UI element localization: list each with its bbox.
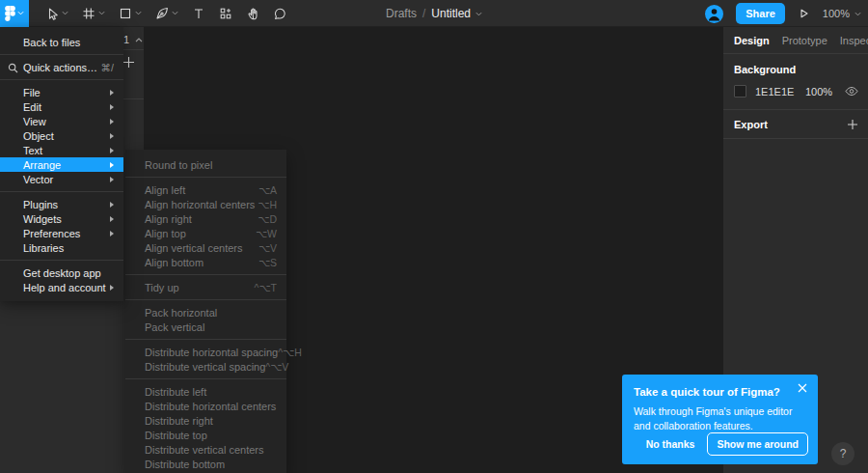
submenu-item-align-vertical-centers[interactable]: Align vertical centers ⌥V bbox=[125, 240, 286, 255]
close-icon[interactable] bbox=[796, 381, 809, 395]
menu-item-label: File bbox=[23, 87, 41, 98]
resources-button[interactable] bbox=[212, 0, 239, 27]
export-section: Export bbox=[723, 110, 868, 139]
submenu-item-distribute-right[interactable]: Distribute right bbox=[125, 413, 286, 428]
menu-shortcut: ⌥D bbox=[258, 213, 277, 225]
menu-item-label: Libraries bbox=[23, 242, 64, 254]
menu-item-label: View bbox=[23, 116, 46, 127]
menu-item-preferences[interactable]: Preferences bbox=[0, 226, 123, 240]
submenu-item-distribute-horizontal-centers[interactable]: Distribute horizontal centers bbox=[125, 399, 286, 413]
chevron-up-icon bbox=[135, 38, 143, 42]
color-swatch[interactable] bbox=[734, 85, 746, 97]
tab-prototype[interactable]: Prototype bbox=[782, 35, 827, 46]
visibility-eye-icon[interactable] bbox=[845, 86, 858, 97]
menu-shortcut: ⌥H bbox=[258, 199, 277, 210]
pen-icon bbox=[155, 7, 169, 20]
menu-shortcut: ⌥W bbox=[256, 228, 277, 239]
menu-item-text[interactable]: Text bbox=[0, 143, 123, 157]
chevron-down-icon[interactable] bbox=[135, 11, 142, 15]
submenu-item-distribute-left[interactable]: Distribute left bbox=[125, 384, 286, 399]
zoom-menu[interactable]: 100% bbox=[823, 8, 861, 19]
chevron-down-icon[interactable] bbox=[172, 11, 178, 15]
frame-tool-button[interactable] bbox=[75, 0, 112, 27]
submenu-arrow-icon bbox=[110, 119, 114, 125]
menu-item-label: Get desktop app bbox=[23, 267, 101, 279]
show-me-around-button[interactable]: Show me around bbox=[707, 432, 808, 456]
tour-toast: Take a quick tour of Figma? Walk through… bbox=[622, 375, 818, 464]
background-opacity-field[interactable]: 100% bbox=[805, 86, 832, 97]
chevron-down-icon[interactable] bbox=[98, 11, 105, 15]
submenu-arrow-icon bbox=[110, 231, 114, 236]
top-toolbar: Drafts / Untitled Share 100% bbox=[0, 0, 868, 27]
menu-item-arrange[interactable]: Arrange bbox=[0, 157, 123, 172]
comment-tool-button[interactable] bbox=[266, 0, 293, 27]
frame-icon bbox=[82, 7, 95, 20]
text-tool-button[interactable] bbox=[185, 0, 212, 27]
page-row[interactable]: 1 bbox=[123, 34, 143, 45]
menu-shortcut: ⌥A bbox=[258, 184, 277, 196]
menu-item-label: Widgets bbox=[23, 213, 62, 225]
menu-item-plugins[interactable]: Plugins bbox=[0, 197, 123, 211]
add-export-button[interactable] bbox=[847, 119, 858, 130]
submenu-item-label: Tidy up bbox=[145, 282, 179, 293]
menu-separator bbox=[0, 191, 123, 192]
submenu-item-label: Align right bbox=[145, 213, 192, 225]
help-button[interactable]: ? bbox=[831, 442, 854, 465]
menu-item-object[interactable]: Object bbox=[0, 128, 123, 143]
move-tool-button[interactable] bbox=[39, 0, 75, 27]
breadcrumb-file[interactable]: Untitled bbox=[431, 7, 482, 20]
menu-item-view[interactable]: View bbox=[0, 114, 123, 128]
present-button[interactable] bbox=[798, 7, 810, 20]
main-menu-button[interactable] bbox=[0, 0, 29, 27]
submenu-item-distribute-vertical-centers[interactable]: Distribute vertical centers bbox=[125, 442, 286, 457]
submenu-item-align-left[interactable]: Align left ⌥A bbox=[125, 182, 286, 197]
menu-item-help-and-account[interactable]: Help and account bbox=[0, 280, 123, 294]
avatar[interactable] bbox=[705, 5, 723, 23]
submenu-item-round-to-pixel[interactable]: Round to pixel bbox=[125, 157, 286, 172]
tool-group bbox=[0, 0, 293, 26]
share-button[interactable]: Share bbox=[736, 3, 785, 24]
submenu-item-label: Pack horizontal bbox=[145, 307, 217, 319]
submenu-item-align-horizontal-centers[interactable]: Align horizontal centers ⌥H bbox=[125, 197, 286, 211]
tab-inspect[interactable]: Inspect bbox=[840, 35, 868, 46]
background-hex-field[interactable]: 1E1E1E bbox=[755, 86, 805, 97]
menu-item-widgets[interactable]: Widgets bbox=[0, 211, 123, 226]
submenu-item-distribute-horizontal-spacing[interactable]: Distribute horizontal spacing ^⌥H bbox=[125, 345, 286, 359]
submenu-item-align-bottom[interactable]: Align bottom ⌥S bbox=[125, 255, 286, 269]
toast-body: Walk through Figma's unique editor and c… bbox=[634, 404, 798, 433]
menu-item-quick-actions[interactable]: Quick actions… ⌘/ bbox=[0, 60, 123, 74]
menu-item-label: Text bbox=[23, 145, 42, 156]
menu-shortcut: ^⌥V bbox=[265, 361, 288, 373]
menu-item-edit[interactable]: Edit bbox=[0, 99, 123, 114]
search-icon bbox=[8, 63, 18, 73]
submenu-item-pack-vertical[interactable]: Pack vertical bbox=[125, 320, 286, 334]
menu-item-get-desktop-app[interactable]: Get desktop app bbox=[0, 265, 123, 280]
menu-item-file[interactable]: File bbox=[0, 85, 123, 99]
toast-title: Take a quick tour of Figma? bbox=[634, 386, 806, 398]
chevron-down-icon[interactable] bbox=[62, 11, 68, 15]
menu-item-libraries[interactable]: Libraries bbox=[0, 240, 123, 255]
menu-item-back-to-files[interactable]: Back to files bbox=[0, 35, 123, 49]
submenu-item-label: Distribute vertical centers bbox=[145, 444, 264, 456]
breadcrumb-project[interactable]: Drafts bbox=[386, 7, 417, 20]
submenu-item-distribute-top[interactable]: Distribute top bbox=[125, 428, 286, 442]
person-icon bbox=[705, 5, 723, 23]
submenu-item-align-top[interactable]: Align top ⌥W bbox=[125, 226, 286, 240]
no-thanks-button[interactable]: No thanks bbox=[646, 438, 695, 450]
menu-item-vector[interactable]: Vector bbox=[0, 172, 123, 186]
submenu-item-align-right[interactable]: Align right ⌥D bbox=[125, 211, 286, 226]
hand-tool-button[interactable] bbox=[239, 0, 266, 27]
submenu-item-distribute-vertical-spacing[interactable]: Distribute vertical spacing ^⌥V bbox=[125, 359, 286, 374]
file-title: Untitled bbox=[431, 7, 471, 20]
submenu-item-distribute-bottom[interactable]: Distribute bottom bbox=[125, 457, 286, 471]
shape-tool-button[interactable] bbox=[112, 0, 149, 27]
add-page-button[interactable] bbox=[122, 56, 135, 69]
submenu-arrow-icon bbox=[110, 162, 114, 168]
tab-design[interactable]: Design bbox=[734, 35, 770, 46]
submenu-item-label: Pack vertical bbox=[145, 321, 204, 333]
submenu-item-tidy-up[interactable]: Tidy up ^⌥T bbox=[125, 280, 286, 294]
menu-separator bbox=[0, 54, 123, 55]
pen-tool-button[interactable] bbox=[149, 0, 185, 27]
submenu-item-label: Align vertical centers bbox=[145, 242, 243, 254]
submenu-item-pack-horizontal[interactable]: Pack horizontal bbox=[125, 305, 286, 320]
